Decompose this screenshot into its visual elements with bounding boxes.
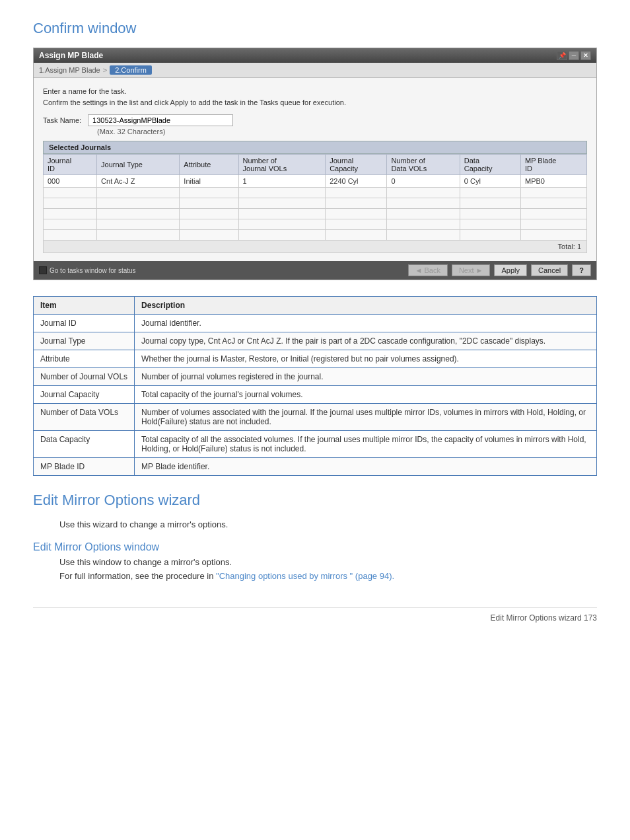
empty-row-3 (44, 209, 587, 219)
instruction-line2: Confirm the settings in the list and cli… (43, 97, 587, 108)
desc-table-body: Journal IDJournal identifier.Journal Typ… (34, 315, 597, 476)
col-journal-capacity: JournalCapacity (326, 155, 387, 175)
desc-col-item: Item (34, 297, 135, 315)
col-num-journal-vols: Number ofJournal VOLs (238, 155, 326, 175)
window-footer: Go to tasks window for status ◄ Back Nex… (34, 261, 596, 280)
goto-tasks-label: Go to tasks window for status (50, 267, 136, 274)
col-num-data-vols: Number ofData VOLs (387, 155, 460, 175)
col-mp-blade-id: MP BladeID (520, 155, 586, 175)
desc-item-1: Journal Type (34, 332, 135, 350)
desc-row-2: AttributeWhether the journal is Master, … (34, 350, 597, 368)
desc-item-4: Journal Capacity (34, 386, 135, 404)
desc-col-description: Description (135, 297, 597, 315)
col-attribute: Attribute (180, 155, 238, 175)
cell-num-journal-vols: 1 (238, 175, 326, 188)
col-journal-type: Journal Type (97, 155, 180, 175)
edit-mirror-window-desc2: For full information, see the procedure … (59, 571, 597, 581)
description-table: Item Description Journal IDJournal ident… (33, 296, 597, 476)
desc-row-3: Number of Journal VOLsNumber of journal … (34, 368, 597, 386)
cell-mp-blade-id: MPB0 (520, 175, 586, 188)
desc-description-7: MP Blade identifier. (135, 458, 597, 476)
help-button[interactable]: ? (572, 264, 591, 276)
table-body: 000 Cnt Ac-J Z Initial 1 2240 Cyl 0 0 Cy… (44, 175, 587, 241)
desc-description-1: Journal copy type, Cnt AcJ or Cnt AcJ Z.… (135, 332, 597, 350)
pin-button[interactable]: 📌 (557, 51, 567, 60)
desc-description-6: Total capacity of all the associated vol… (135, 431, 597, 458)
empty-row-2 (44, 198, 587, 209)
selected-journals-header: Selected Journals (43, 141, 587, 154)
task-name-hint: (Max. 32 Characters) (97, 128, 587, 135)
cell-data-capacity: 0 Cyl (460, 175, 520, 188)
desc-description-2: Whether the journal is Master, Restore, … (135, 350, 597, 368)
close-button[interactable]: ✕ (580, 51, 591, 60)
breadcrumb-separator: > (103, 66, 107, 74)
breadcrumb-step1[interactable]: 1.Assign MP Blade (39, 66, 100, 74)
edit-mirror-window-heading: Edit Mirror Options window (33, 541, 597, 553)
breadcrumb-bar: 1.Assign MP Blade > 2.Confirm (34, 63, 596, 78)
empty-row-1 (44, 188, 587, 198)
desc-row-5: Number of Data VOLsNumber of volumes ass… (34, 404, 597, 431)
desc-item-3: Number of Journal VOLs (34, 368, 135, 386)
desc-row-1: Journal TypeJournal copy type, Cnt AcJ o… (34, 332, 597, 350)
edit-mirror-wizard-heading: Edit Mirror Options wizard (33, 492, 597, 509)
instructions: Enter a name for the task. Confirm the s… (43, 86, 587, 108)
col-journal-id: JournalID (44, 155, 97, 175)
confirm-window-heading: Confirm window (33, 20, 597, 37)
desc-item-0: Journal ID (34, 315, 135, 332)
desc-item-2: Attribute (34, 350, 135, 368)
cell-journal-capacity: 2240 Cyl (326, 175, 387, 188)
empty-row-4 (44, 219, 587, 230)
cancel-button[interactable]: Cancel (531, 264, 568, 276)
desc-item-7: MP Blade ID (34, 458, 135, 476)
apply-button[interactable]: Apply (494, 264, 527, 276)
desc-description-3: Number of journal volumes registered in … (135, 368, 597, 386)
total-row: Total: 1 (43, 241, 587, 253)
assign-mp-blade-window: Assign MP Blade 📌 ─ ✕ 1.Assign MP Blade … (33, 48, 597, 280)
desc-row-4: Journal CapacityTotal capacity of the jo… (34, 386, 597, 404)
journals-table: JournalID Journal Type Attribute Number … (43, 154, 587, 241)
desc-item-6: Data Capacity (34, 431, 135, 458)
desc-description-0: Journal identifier. (135, 315, 597, 332)
page-footer: Edit Mirror Options wizard 173 (33, 607, 597, 623)
desc-row-6: Data CapacityTotal capacity of all the a… (34, 431, 597, 458)
desc-description-4: Total capacity of the journal's journal … (135, 386, 597, 404)
goto-tasks-checkbox[interactable] (39, 266, 47, 274)
col-data-capacity: DataCapacity (460, 155, 520, 175)
task-name-row: Task Name: (43, 114, 587, 126)
task-name-label: Task Name: (43, 116, 81, 124)
table-header: JournalID Journal Type Attribute Number … (44, 155, 587, 175)
task-name-input[interactable] (88, 114, 233, 126)
desc-row-7: MP Blade IDMP Blade identifier. (34, 458, 597, 476)
cell-journal-id: 000 (44, 175, 97, 188)
window-titlebar: Assign MP Blade 📌 ─ ✕ (34, 48, 596, 63)
desc-table-header: Item Description (34, 297, 597, 315)
desc-link[interactable]: "Changing options used by mirrors " (pag… (216, 571, 394, 581)
minimize-button[interactable]: ─ (569, 51, 579, 60)
instruction-line1: Enter a name for the task. (43, 86, 587, 97)
next-button[interactable]: Next ► (452, 264, 491, 276)
desc-prefix: For full information, see the procedure … (59, 571, 216, 581)
empty-row-5 (44, 230, 587, 241)
window-title: Assign MP Blade (39, 51, 557, 60)
edit-mirror-wizard-desc: Use this wizard to change a mirror's opt… (59, 519, 597, 529)
edit-mirror-window-desc1: Use this window to change a mirror's opt… (59, 557, 597, 567)
breadcrumb-step2[interactable]: 2.Confirm (110, 65, 152, 75)
back-button[interactable]: ◄ Back (408, 264, 448, 276)
desc-row-0: Journal IDJournal identifier. (34, 315, 597, 332)
cell-num-data-vols: 0 (387, 175, 460, 188)
go-to-tasks-area: Go to tasks window for status (39, 266, 136, 274)
cell-attribute: Initial (180, 175, 238, 188)
cell-journal-type: Cnt Ac-J Z (97, 175, 180, 188)
window-body: Enter a name for the task. Confirm the s… (34, 78, 596, 261)
desc-description-5: Number of volumes associated with the jo… (135, 404, 597, 431)
table-row: 000 Cnt Ac-J Z Initial 1 2240 Cyl 0 0 Cy… (44, 175, 587, 188)
desc-item-5: Number of Data VOLs (34, 404, 135, 431)
titlebar-controls: 📌 ─ ✕ (557, 51, 591, 60)
